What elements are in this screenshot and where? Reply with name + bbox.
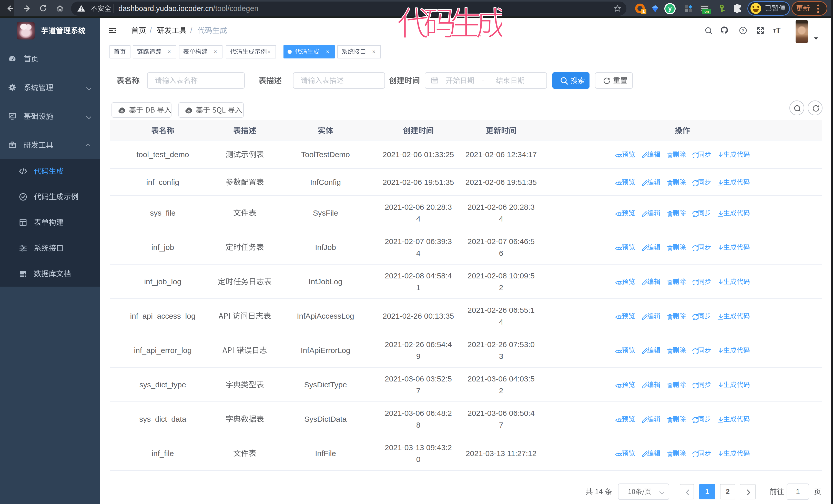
svg-text:?: ? xyxy=(742,28,744,33)
svg-text:T: T xyxy=(776,26,781,34)
